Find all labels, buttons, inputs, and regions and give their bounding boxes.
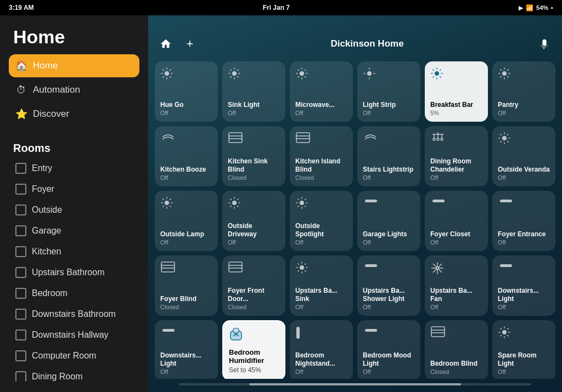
svg-point-20 — [502, 136, 507, 140]
add-button[interactable]: + — [181, 35, 199, 53]
device-status-garage-lights: Off — [363, 239, 415, 246]
device-card-outside-spotlight[interactable]: Outside Spotlight Off — [290, 191, 353, 251]
device-status-downstairs-light: Off — [498, 304, 550, 310]
device-name-garage-lights: Garage Lights — [363, 230, 415, 238]
scroll-thumb — [249, 383, 460, 385]
device-card-foyer-closet[interactable]: Foyer Closet Off — [425, 191, 488, 251]
sidebar-item-kitchen[interactable]: Kitchen — [9, 241, 139, 262]
foyer-room-icon — [15, 184, 26, 195]
room-label-downstairs-bathroom: Downstairs Bathroom — [32, 309, 116, 319]
room-label-bedroom: Bedroom — [32, 288, 68, 298]
device-card-foyer-entrance[interactable]: Foyer Entrance Off — [492, 191, 555, 251]
downstairs-hallway-room-icon — [15, 329, 26, 340]
svg-line-43 — [433, 269, 436, 272]
sidebar-item-outside[interactable]: Outside — [9, 200, 139, 220]
device-card-kitchen-island-blind[interactable]: Kitchen Island Blind Closed — [290, 126, 353, 186]
device-card-foyer-blind[interactable]: Foyer Blind Closed — [155, 255, 218, 316]
device-name-light-strip: Light Strip — [363, 101, 415, 109]
device-card-outside-driveway[interactable]: Outside Driveway Off — [222, 191, 285, 251]
device-icon-downstairs-light2 — [160, 326, 212, 336]
sidebar-item-dining-room[interactable]: Dining Room — [9, 366, 139, 381]
device-card-dining-room-chandelier[interactable]: Dining Room Chandelier Off — [425, 126, 488, 186]
device-card-bedroom-blind[interactable]: Bedroom Blind Closed — [425, 320, 488, 379]
device-card-garage-lights[interactable]: Garage Lights Off — [357, 191, 420, 251]
device-icon-foyer-blind — [160, 261, 212, 275]
sidebar-item-automation[interactable]: ⏱ Automation — [9, 78, 139, 101]
device-status-kitchen-island-blind: Closed — [295, 174, 347, 181]
svg-rect-26 — [500, 200, 512, 202]
home-button[interactable] — [157, 35, 175, 53]
device-status-dining-room-chandelier: Off — [430, 174, 482, 181]
device-card-light-strip[interactable]: Light Strip Off — [357, 61, 420, 122]
sidebar-item-bedroom[interactable]: Bedroom — [9, 283, 139, 304]
device-card-kitchen-sink-blind[interactable]: Kitchen Sink Blind Closed — [222, 126, 285, 186]
svg-line-41 — [439, 269, 442, 272]
device-card-breakfast-bar[interactable]: Breakfast Bar 5% — [425, 61, 488, 122]
device-status-outside-spotlight: Off — [295, 239, 347, 246]
device-card-microwave[interactable]: Microwave... Off — [290, 61, 353, 122]
device-card-outside-veranda[interactable]: Outside Veranda Off — [492, 126, 555, 186]
device-card-hue-go[interactable]: Hue Go Off — [155, 61, 218, 122]
device-name-breakfast-bar: Breakfast Bar — [430, 101, 482, 109]
device-card-spare-room-light[interactable]: Spare Room Light Off — [492, 320, 555, 379]
sidebar-item-garage[interactable]: Garage — [9, 220, 139, 241]
sidebar-item-computer-room[interactable]: Computer Room — [9, 345, 139, 366]
device-card-stairs-lightstrip[interactable]: Stairs Lightstrip Off — [357, 126, 420, 186]
top-bar-center: Dickinson Home — [199, 38, 536, 49]
device-icon-upstairs-ba-fan — [430, 261, 482, 277]
device-card-foyer-front-door[interactable]: Foyer Front Door... Closed — [222, 255, 285, 316]
sidebar-nav: 🏠 Home ⏱ Automation ⭐ Discover — [9, 54, 139, 126]
room-label-entry: Entry — [32, 163, 52, 173]
device-icon-outside-veranda — [498, 132, 550, 147]
room-label-outside: Outside — [32, 205, 62, 215]
device-status-pantry: Off — [498, 110, 550, 116]
device-name-bedroom-nightstand: Bedroom Nightstand... — [295, 351, 347, 367]
sidebar-item-foyer[interactable]: Foyer — [9, 179, 139, 200]
kitchen-room-icon — [15, 246, 26, 257]
sidebar-item-upstairs-bathroom[interactable]: Upstairs Bathroom — [9, 262, 139, 283]
top-bar-left: + — [157, 35, 199, 53]
sidebar-item-home[interactable]: 🏠 Home — [9, 54, 139, 77]
device-card-bedroom-mood-light[interactable]: Bedroom Mood Light Off — [357, 320, 420, 379]
device-icon-garage-lights — [363, 196, 415, 206]
sidebar-nav-label-automation: Automation — [33, 84, 80, 95]
device-status-breakfast-bar: 5% — [430, 110, 482, 116]
device-name-sink-light: Sink Light — [228, 101, 280, 109]
svg-line-42 — [439, 264, 442, 267]
device-card-upstairs-ba-fan[interactable]: Upstairs Ba... Fan Off — [425, 255, 488, 316]
device-icon-stairs-lightstrip — [363, 132, 415, 145]
device-icon-spare-room-light — [498, 326, 550, 341]
device-grid-container[interactable]: Hue Go Off Sink Light Off Microwave. — [148, 57, 562, 379]
dining-room-icon — [15, 371, 26, 381]
device-card-downstairs-light[interactable]: Downstairs... Light Off — [492, 255, 555, 316]
downstairs-bathroom-room-icon — [15, 309, 26, 320]
device-card-bedroom-humidifier[interactable]: Bedroom Humidifier Set to 45% — [222, 320, 285, 379]
device-icon-outside-driveway — [228, 196, 280, 212]
sidebar-item-discover[interactable]: ⭐ Discover — [9, 103, 139, 126]
device-status-hue-go: Off — [160, 110, 212, 116]
device-status-bedroom-humidifier: Set to 45% — [229, 366, 279, 374]
device-icon-kitchen-island-blind — [295, 132, 347, 146]
room-label-downstairs-hallway: Downstairs Hallway — [32, 330, 109, 340]
device-icon-upstairs-ba-shower — [363, 261, 415, 271]
svg-rect-45 — [162, 329, 175, 332]
device-name-pantry: Pantry — [498, 101, 550, 109]
sidebar-item-downstairs-hallway[interactable]: Downstairs Hallway — [9, 325, 139, 345]
device-card-sink-light[interactable]: Sink Light Off — [222, 61, 285, 122]
device-name-downstairs-light: Downstairs... Light — [498, 287, 550, 303]
device-name-foyer-front-door: Foyer Front Door... — [228, 287, 280, 303]
mic-button[interactable] — [536, 35, 553, 53]
svg-point-4 — [435, 71, 439, 76]
sidebar-item-downstairs-bathroom[interactable]: Downstairs Bathroom — [9, 304, 139, 325]
device-card-bedroom-nightstand[interactable]: Bedroom Nightstand... Off — [290, 320, 353, 379]
svg-rect-6 — [229, 133, 242, 143]
device-card-pantry[interactable]: Pantry Off — [492, 61, 555, 122]
svg-point-19 — [441, 138, 443, 140]
device-card-upstairs-ba-shower[interactable]: Upstairs Ba... Shower Light Off — [357, 255, 420, 316]
device-card-upstairs-ba-sink[interactable]: Upstairs Ba... Sink Off — [290, 255, 353, 316]
device-card-downstairs-light2[interactable]: Downstairs... Light Off — [155, 320, 218, 379]
automation-icon: ⏱ — [15, 84, 27, 96]
device-card-kitchen-booze[interactable]: Kitchen Booze Off — [155, 126, 218, 186]
device-card-outside-lamp[interactable]: Outside Lamp Off — [155, 191, 218, 251]
sidebar-item-entry[interactable]: Entry — [9, 158, 139, 179]
